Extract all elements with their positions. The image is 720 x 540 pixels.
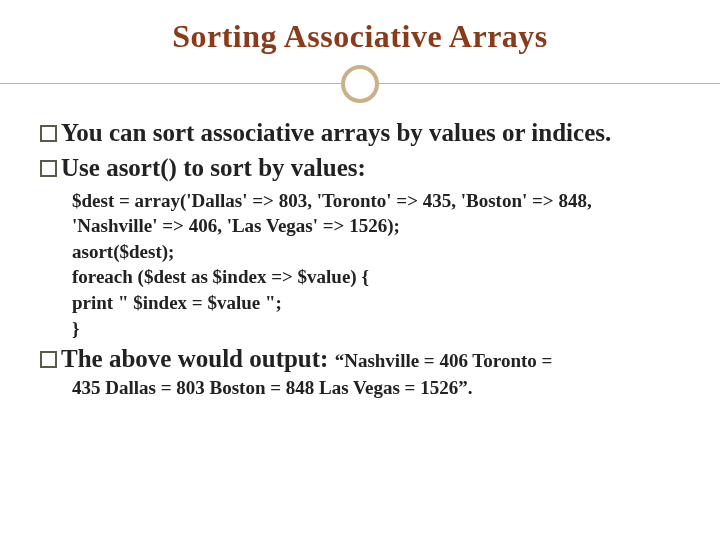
square-bullet-icon xyxy=(40,160,57,177)
slide: Sorting Associative Arrays You can sort … xyxy=(0,0,720,540)
slide-title: Sorting Associative Arrays xyxy=(40,18,680,55)
square-bullet-icon xyxy=(40,125,57,142)
code-line: } xyxy=(72,316,680,342)
bullet-item: Use asort() to sort by values: xyxy=(40,152,680,183)
code-line: asort($dest); xyxy=(72,239,680,265)
code-line: $dest = array('Dallas' => 803, 'Toronto'… xyxy=(72,188,680,214)
title-divider xyxy=(40,61,680,109)
code-line: print " $index = $value "; xyxy=(72,290,680,316)
bullet-item: You can sort associative arrays by value… xyxy=(40,117,680,148)
code-line: 'Nashville' => 406, 'Las Vegas' => 1526)… xyxy=(72,213,680,239)
bullet-text-lead: The above would output: xyxy=(61,345,335,372)
square-bullet-icon xyxy=(40,351,57,368)
slide-body: You can sort associative arrays by value… xyxy=(40,117,680,400)
bullet-text-tail: “Nashville = 406 Toronto = xyxy=(335,350,553,371)
bullet-text-tail-cont: 435 Dallas = 803 Boston = 848 Las Vegas … xyxy=(40,375,680,401)
bullet-text: Use asort() to sort by values: xyxy=(61,154,366,181)
code-block: $dest = array('Dallas' => 803, 'Toronto'… xyxy=(40,188,680,342)
bullet-item: The above would output: “Nashville = 406… xyxy=(40,343,680,374)
bullet-text: You can sort associative arrays by value… xyxy=(61,119,611,146)
divider-circle-icon xyxy=(341,65,379,103)
code-line: foreach ($dest as $index => $value) { xyxy=(72,264,680,290)
